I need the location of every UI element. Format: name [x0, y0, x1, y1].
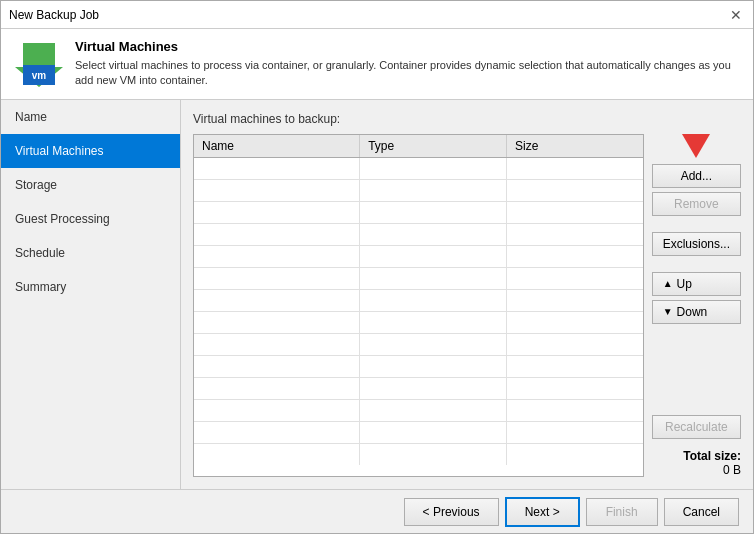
main-content: Name Virtual Machines Storage Guest Proc…	[1, 100, 753, 489]
cancel-button[interactable]: Cancel	[664, 498, 739, 526]
previous-button[interactable]: < Previous	[404, 498, 499, 526]
table-row	[194, 399, 643, 421]
table-row	[194, 289, 643, 311]
sidebar-item-guest-processing[interactable]: Guest Processing	[1, 202, 180, 236]
sidebar-item-summary[interactable]: Summary	[1, 270, 180, 304]
vm-table-container: Name Type Size	[193, 134, 644, 477]
table-and-buttons: Name Type Size	[193, 134, 741, 477]
add-indicator	[652, 134, 741, 158]
add-button[interactable]: Add...	[652, 164, 741, 188]
table-row	[194, 421, 643, 443]
vm-icon-svg: vm	[15, 39, 63, 87]
exclusions-button[interactable]: Exclusions...	[652, 232, 741, 256]
table-row	[194, 201, 643, 223]
content-area: Virtual machines to backup: Name Type Si…	[181, 100, 753, 489]
remove-button[interactable]: Remove	[652, 192, 741, 216]
table-row	[194, 179, 643, 201]
up-arrow-icon: ▲	[663, 278, 673, 289]
sidebar-item-name[interactable]: Name	[1, 100, 180, 134]
header-title: Virtual Machines	[75, 39, 739, 54]
sidebar-item-storage[interactable]: Storage	[1, 168, 180, 202]
up-button[interactable]: ▲ Up	[652, 272, 741, 296]
section-title: Virtual machines to backup:	[193, 112, 741, 126]
dialog-title: New Backup Job	[9, 8, 99, 22]
table-row	[194, 333, 643, 355]
col-header-type: Type	[360, 135, 507, 158]
spacer	[652, 328, 741, 411]
col-header-name: Name	[194, 135, 360, 158]
sidebar-item-virtual-machines[interactable]: Virtual Machines	[1, 134, 180, 168]
table-row	[194, 157, 643, 179]
recalculate-button[interactable]: Recalculate	[652, 415, 741, 439]
separator-2	[652, 260, 741, 268]
side-buttons: Add... Remove Exclusions... ▲ Up ▼ Down …	[652, 134, 741, 477]
separator-1	[652, 220, 741, 228]
table-row	[194, 223, 643, 245]
title-bar: New Backup Job ✕	[1, 1, 753, 29]
down-button[interactable]: ▼ Down	[652, 300, 741, 324]
table-row	[194, 355, 643, 377]
table-row	[194, 267, 643, 289]
table-row	[194, 311, 643, 333]
vm-table: Name Type Size	[194, 135, 643, 466]
table-row	[194, 377, 643, 399]
total-size-value: 0 B	[652, 463, 741, 477]
close-button[interactable]: ✕	[727, 6, 745, 24]
sidebar-item-schedule[interactable]: Schedule	[1, 236, 180, 270]
header-section: vm Virtual Machines Select virtual machi…	[1, 29, 753, 100]
header-description: Select virtual machines to process via c…	[75, 58, 739, 89]
table-row	[194, 245, 643, 267]
down-arrow-icon: ▼	[663, 306, 673, 317]
col-header-size: Size	[507, 135, 643, 158]
total-size-label: Total size:	[652, 449, 741, 463]
table-row	[194, 443, 643, 465]
dialog: New Backup Job ✕ vm Virtual Machines Sel…	[0, 0, 754, 534]
total-size-container: Total size: 0 B	[652, 449, 741, 477]
svg-text:vm: vm	[32, 70, 47, 81]
footer: < Previous Next > Finish Cancel	[1, 489, 753, 533]
next-button[interactable]: Next >	[505, 497, 580, 527]
indicator-arrow-icon	[682, 134, 710, 158]
vm-icon: vm	[15, 39, 63, 87]
finish-button[interactable]: Finish	[586, 498, 658, 526]
svg-marker-3	[682, 134, 710, 158]
sidebar: Name Virtual Machines Storage Guest Proc…	[1, 100, 181, 489]
header-text: Virtual Machines Select virtual machines…	[75, 39, 739, 89]
